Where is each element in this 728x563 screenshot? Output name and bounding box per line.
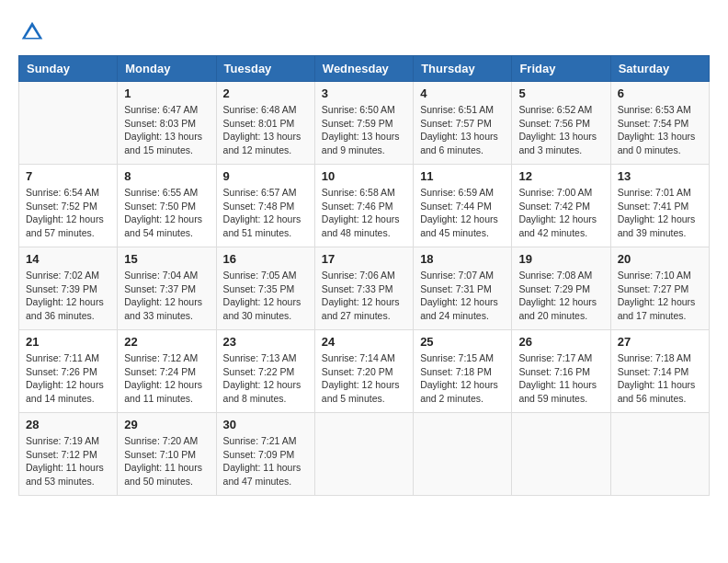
day-info: Sunrise: 6:48 AM Sunset: 8:01 PM Dayligh… [223,103,308,157]
day-info: Sunrise: 7:18 AM Sunset: 7:14 PM Dayligh… [618,351,702,406]
day-cell: 13Sunrise: 7:01 AM Sunset: 7:41 PM Dayli… [610,165,709,247]
day-info: Sunrise: 6:51 AM Sunset: 7:57 PM Dayligh… [420,103,505,157]
day-number: 11 [420,169,505,183]
day-info: Sunrise: 7:00 AM Sunset: 7:42 PM Dayligh… [518,186,603,240]
day-cell [610,413,709,496]
day-number: 17 [322,252,406,266]
day-cell: 6Sunrise: 6:53 AM Sunset: 7:54 PM Daylig… [610,82,709,165]
day-info: Sunrise: 7:06 AM Sunset: 7:33 PM Dayligh… [322,269,406,323]
day-info: Sunrise: 7:20 AM Sunset: 7:10 PM Dayligh… [124,434,209,488]
day-info: Sunrise: 7:17 AM Sunset: 7:16 PM Dayligh… [518,351,603,406]
day-number: 9 [223,169,308,183]
day-number: 8 [124,169,209,183]
header-row: SundayMondayTuesdayWednesdayThursdayFrid… [19,56,710,82]
day-cell: 30Sunrise: 7:21 AM Sunset: 7:09 PM Dayli… [216,413,314,496]
week-row-3: 14Sunrise: 7:02 AM Sunset: 7:39 PM Dayli… [19,247,710,330]
day-info: Sunrise: 7:14 AM Sunset: 7:20 PM Dayligh… [322,351,406,406]
day-info: Sunrise: 6:54 AM Sunset: 7:52 PM Dayligh… [26,186,110,240]
day-cell: 27Sunrise: 7:18 AM Sunset: 7:14 PM Dayli… [610,330,709,413]
day-info: Sunrise: 7:10 AM Sunset: 7:27 PM Dayligh… [618,269,702,323]
day-number: 13 [618,169,702,183]
day-cell: 29Sunrise: 7:20 AM Sunset: 7:10 PM Dayli… [118,413,216,496]
day-info: Sunrise: 6:47 AM Sunset: 8:03 PM Dayligh… [124,103,209,157]
day-number: 6 [618,86,702,100]
day-cell: 21Sunrise: 7:11 AM Sunset: 7:26 PM Dayli… [19,330,118,413]
day-cell: 10Sunrise: 6:58 AM Sunset: 7:46 PM Dayli… [314,165,413,247]
day-cell: 14Sunrise: 7:02 AM Sunset: 7:39 PM Dayli… [19,247,118,330]
day-cell: 8Sunrise: 6:55 AM Sunset: 7:50 PM Daylig… [118,165,216,247]
day-number: 30 [223,418,308,431]
day-cell: 24Sunrise: 7:14 AM Sunset: 7:20 PM Dayli… [314,330,413,413]
day-info: Sunrise: 6:53 AM Sunset: 7:54 PM Dayligh… [618,103,702,157]
calendar-header: SundayMondayTuesdayWednesdayThursdayFrid… [19,56,710,82]
day-cell: 5Sunrise: 6:52 AM Sunset: 7:56 PM Daylig… [512,82,610,165]
day-info: Sunrise: 7:12 AM Sunset: 7:24 PM Dayligh… [124,351,209,406]
day-info: Sunrise: 7:04 AM Sunset: 7:37 PM Dayligh… [124,269,209,323]
day-number: 28 [26,418,110,431]
day-info: Sunrise: 6:57 AM Sunset: 7:48 PM Dayligh… [223,186,308,240]
day-info: Sunrise: 7:08 AM Sunset: 7:29 PM Dayligh… [518,269,603,323]
day-cell: 1Sunrise: 6:47 AM Sunset: 8:03 PM Daylig… [118,82,216,165]
day-cell [512,413,610,496]
day-number: 7 [26,169,110,183]
day-cell: 7Sunrise: 6:54 AM Sunset: 7:52 PM Daylig… [19,165,118,247]
day-number: 2 [223,86,308,100]
logo [18,18,48,46]
day-cell: 20Sunrise: 7:10 AM Sunset: 7:27 PM Dayli… [610,247,709,330]
day-cell [414,413,512,496]
day-info: Sunrise: 6:58 AM Sunset: 7:46 PM Dayligh… [322,186,406,240]
day-number: 24 [322,335,406,349]
day-number: 15 [124,252,209,266]
day-cell: 26Sunrise: 7:17 AM Sunset: 7:16 PM Dayli… [512,330,610,413]
day-number: 1 [124,86,209,100]
day-number: 26 [518,335,603,349]
col-header-tuesday: Tuesday [216,56,314,82]
day-info: Sunrise: 7:21 AM Sunset: 7:09 PM Dayligh… [223,434,308,488]
day-cell: 3Sunrise: 6:50 AM Sunset: 7:59 PM Daylig… [314,82,413,165]
day-number: 14 [26,252,110,266]
day-info: Sunrise: 7:02 AM Sunset: 7:39 PM Dayligh… [26,269,110,323]
day-cell: 4Sunrise: 6:51 AM Sunset: 7:57 PM Daylig… [414,82,512,165]
col-header-friday: Friday [512,56,610,82]
week-row-5: 28Sunrise: 7:19 AM Sunset: 7:12 PM Dayli… [19,413,710,496]
day-cell: 28Sunrise: 7:19 AM Sunset: 7:12 PM Dayli… [19,413,118,496]
day-number: 12 [518,169,603,183]
day-number: 19 [518,252,603,266]
day-info: Sunrise: 7:15 AM Sunset: 7:18 PM Dayligh… [420,351,505,406]
day-number: 27 [618,335,702,349]
col-header-monday: Monday [118,56,216,82]
day-cell: 16Sunrise: 7:05 AM Sunset: 7:35 PM Dayli… [216,247,314,330]
col-header-sunday: Sunday [19,56,118,82]
day-number: 25 [420,335,505,349]
day-number: 23 [223,335,308,349]
day-cell: 11Sunrise: 6:59 AM Sunset: 7:44 PM Dayli… [414,165,512,247]
day-cell: 25Sunrise: 7:15 AM Sunset: 7:18 PM Dayli… [414,330,512,413]
day-info: Sunrise: 7:19 AM Sunset: 7:12 PM Dayligh… [26,434,110,488]
day-cell: 12Sunrise: 7:00 AM Sunset: 7:42 PM Dayli… [512,165,610,247]
day-info: Sunrise: 7:11 AM Sunset: 7:26 PM Dayligh… [26,351,110,406]
day-number: 3 [322,86,406,100]
day-cell [19,82,118,165]
day-info: Sunrise: 7:07 AM Sunset: 7:31 PM Dayligh… [420,269,505,323]
day-cell: 15Sunrise: 7:04 AM Sunset: 7:37 PM Dayli… [118,247,216,330]
day-cell: 18Sunrise: 7:07 AM Sunset: 7:31 PM Dayli… [414,247,512,330]
day-cell: 17Sunrise: 7:06 AM Sunset: 7:33 PM Dayli… [314,247,413,330]
col-header-saturday: Saturday [610,56,709,82]
week-row-4: 21Sunrise: 7:11 AM Sunset: 7:26 PM Dayli… [19,330,710,413]
day-info: Sunrise: 6:59 AM Sunset: 7:44 PM Dayligh… [420,186,505,240]
day-number: 29 [124,418,209,431]
day-number: 16 [223,252,308,266]
day-cell: 19Sunrise: 7:08 AM Sunset: 7:29 PM Dayli… [512,247,610,330]
col-header-wednesday: Wednesday [314,56,413,82]
day-info: Sunrise: 7:05 AM Sunset: 7:35 PM Dayligh… [223,269,308,323]
day-cell: 23Sunrise: 7:13 AM Sunset: 7:22 PM Dayli… [216,330,314,413]
day-number: 21 [26,335,110,349]
day-cell [314,413,413,496]
calendar-body: 1Sunrise: 6:47 AM Sunset: 8:03 PM Daylig… [19,82,710,496]
day-info: Sunrise: 7:01 AM Sunset: 7:41 PM Dayligh… [618,186,702,240]
day-cell: 2Sunrise: 6:48 AM Sunset: 8:01 PM Daylig… [216,82,314,165]
page-header [18,18,710,46]
week-row-2: 7Sunrise: 6:54 AM Sunset: 7:52 PM Daylig… [19,165,710,247]
day-cell: 9Sunrise: 6:57 AM Sunset: 7:48 PM Daylig… [216,165,314,247]
day-number: 22 [124,335,209,349]
